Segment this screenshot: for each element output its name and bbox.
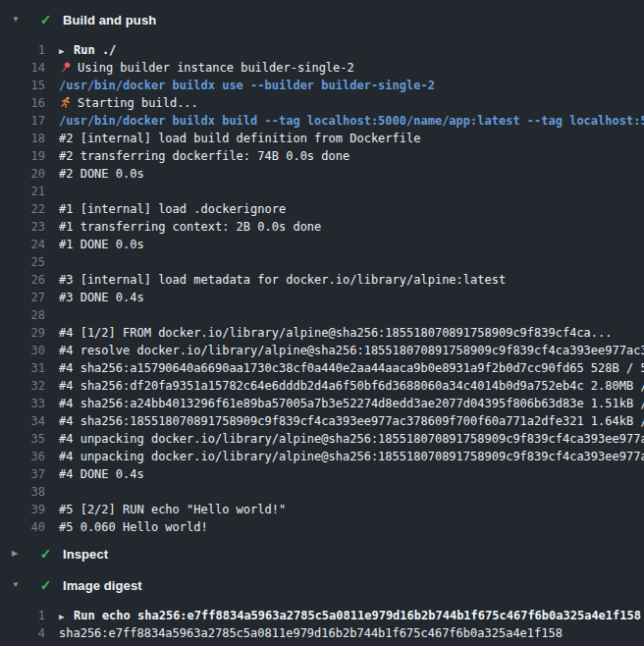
line-number[interactable]: 28 bbox=[0, 306, 45, 324]
line-number[interactable]: 15 bbox=[0, 77, 45, 94]
group-line-text[interactable]: ▶Run echo sha256:e7ff8834a5963a2785c5a08… bbox=[59, 607, 641, 624]
log-line: 22#1 [internal] load .dockerignore bbox=[0, 200, 644, 218]
section-header-inspect[interactable]: ▶✓Inspect bbox=[0, 542, 644, 565]
log-lines: 1▶Run ./14Using builder instance builder… bbox=[0, 41, 644, 536]
line-number[interactable]: 22 bbox=[0, 200, 45, 218]
line-text: #1 DONE 0.0s bbox=[59, 236, 144, 253]
line-number[interactable]: 39 bbox=[0, 501, 45, 518]
log-section-build-and-push: ▼✓Build and push1▶Run ./14Using builder … bbox=[0, 8, 644, 536]
log-line: 30#4 resolve docker.io/library/alpine@sh… bbox=[0, 342, 644, 359]
line-number[interactable]: 16 bbox=[0, 94, 45, 112]
line-number[interactable]: 20 bbox=[0, 165, 45, 183]
log-line: 38 bbox=[0, 483, 644, 501]
line-number[interactable]: 34 bbox=[0, 412, 45, 430]
chevron-down-icon[interactable]: ▼ bbox=[12, 8, 25, 31]
group-toggle-icon[interactable]: ▶ bbox=[59, 608, 74, 624]
runner-icon bbox=[59, 96, 72, 109]
line-number[interactable]: 33 bbox=[0, 395, 45, 412]
line-number[interactable]: 18 bbox=[0, 130, 45, 147]
line-text: #4 DONE 0.4s bbox=[59, 465, 144, 483]
line-number[interactable]: 24 bbox=[0, 236, 45, 253]
pushpin-icon bbox=[59, 61, 72, 74]
line-text-content: #4 sha256:a15790640a6690aa1730c38cf0a440… bbox=[59, 361, 644, 375]
line-text-content: #1 transferring context: 2B 0.0s done bbox=[59, 220, 321, 234]
line-text-content: #5 0.060 Hello world! bbox=[59, 520, 208, 534]
line-number[interactable]: 31 bbox=[0, 359, 45, 377]
log-section-inspect: ▶✓Inspect bbox=[0, 542, 644, 565]
line-number[interactable]: 23 bbox=[0, 218, 45, 236]
line-number[interactable]: 1 bbox=[0, 41, 45, 59]
log-line: 23#1 transferring context: 2B 0.0s done bbox=[0, 218, 644, 236]
line-number[interactable]: 36 bbox=[0, 448, 45, 465]
line-number[interactable]: 30 bbox=[0, 342, 45, 359]
log-line: 18#2 [internal] load build definition fr… bbox=[0, 130, 644, 147]
log-lines: 1▶Run echo sha256:e7ff8834a5963a2785c5a0… bbox=[0, 607, 644, 642]
line-number[interactable]: 1 bbox=[0, 607, 45, 624]
line-text: #2 DONE 0.0s bbox=[59, 165, 144, 183]
log-line: 36#4 unpacking docker.io/library/alpine@… bbox=[0, 448, 644, 465]
line-text-content: #4 resolve docker.io/library/alpine@sha2… bbox=[59, 344, 644, 357]
check-success-icon: ✓ bbox=[38, 546, 53, 562]
log-line: 35#4 unpacking docker.io/library/alpine@… bbox=[0, 430, 644, 448]
line-number[interactable]: 26 bbox=[0, 271, 45, 289]
line-text-content: Run ./ bbox=[74, 43, 116, 57]
line-text-content: #3 [internal] load metadata for docker.i… bbox=[59, 273, 506, 287]
line-text: Starting build... bbox=[59, 94, 198, 112]
group-toggle-icon[interactable]: ▶ bbox=[59, 42, 74, 59]
line-text-content: #4 sha256:df20fa9351a15782c64e6dddb2d4a6… bbox=[59, 379, 644, 393]
log-line: 37#4 DONE 0.4s bbox=[0, 465, 644, 483]
line-text-content: #4 unpacking docker.io/library/alpine@sh… bbox=[59, 432, 644, 446]
line-text: #1 transferring context: 2B 0.0s done bbox=[59, 218, 321, 236]
line-number[interactable]: 4 bbox=[0, 624, 45, 642]
line-number[interactable]: 17 bbox=[0, 112, 45, 130]
line-text: #4 sha256:df20fa9351a15782c64e6dddb2d4a6… bbox=[59, 377, 644, 395]
line-text-content: #5 [2/2] RUN echo "Hello world!" bbox=[59, 503, 286, 516]
log-line: 21 bbox=[0, 183, 644, 200]
line-text: #4 sha256:a24bb4013296f61e89ba57005a7b3e… bbox=[59, 395, 644, 412]
log-line: 14Using builder instance builder-single-… bbox=[0, 59, 644, 77]
line-text: #3 DONE 0.4s bbox=[59, 289, 144, 306]
line-number[interactable]: 35 bbox=[0, 430, 45, 448]
chevron-right-icon[interactable]: ▶ bbox=[12, 542, 25, 565]
line-number[interactable]: 40 bbox=[0, 518, 45, 536]
section-header-image-digest[interactable]: ▼✓Image digest bbox=[0, 573, 644, 597]
log-line: 15/usr/bin/docker buildx use --builder b… bbox=[0, 77, 644, 94]
line-number[interactable]: 38 bbox=[0, 483, 45, 501]
log-line: 19#2 transferring dockerfile: 74B 0.0s d… bbox=[0, 147, 644, 165]
line-number[interactable]: 14 bbox=[0, 59, 45, 77]
line-number[interactable]: 27 bbox=[0, 289, 45, 306]
log-line: 28 bbox=[0, 306, 644, 324]
line-text: #4 sha256:a15790640a6690aa1730c38cf0a440… bbox=[59, 359, 644, 377]
line-text: #5 [2/2] RUN echo "Hello world!" bbox=[59, 501, 286, 518]
line-text: Using builder instance builder-single-2 bbox=[59, 59, 354, 77]
line-text-content: #1 [internal] load .dockerignore bbox=[59, 202, 286, 216]
line-number[interactable]: 32 bbox=[0, 377, 45, 395]
log-line: 33#4 sha256:a24bb4013296f61e89ba57005a7b… bbox=[0, 395, 644, 412]
section-header-build-and-push[interactable]: ▼✓Build and push bbox=[0, 8, 644, 31]
line-text-content: Using builder instance builder-single-2 bbox=[78, 61, 354, 75]
log-line: 16Starting build... bbox=[0, 94, 644, 112]
chevron-down-icon[interactable]: ▼ bbox=[12, 573, 25, 597]
check-success-icon: ✓ bbox=[38, 577, 53, 593]
line-number[interactable]: 19 bbox=[0, 147, 45, 165]
line-text-content: #2 transferring dockerfile: 74B 0.0s don… bbox=[59, 149, 349, 163]
line-number[interactable]: 37 bbox=[0, 465, 45, 483]
log-line: 1▶Run echo sha256:e7ff8834a5963a2785c5a0… bbox=[0, 607, 644, 624]
section-title: Image digest bbox=[63, 578, 142, 593]
line-text-content: #2 [internal] load build definition from… bbox=[59, 132, 420, 145]
line-text-content: Starting build... bbox=[78, 96, 198, 110]
line-text-content: #4 unpacking docker.io/library/alpine@sh… bbox=[59, 450, 644, 463]
line-text: #2 transferring dockerfile: 74B 0.0s don… bbox=[59, 147, 349, 165]
line-text-content: #3 DONE 0.4s bbox=[59, 291, 144, 304]
line-number[interactable]: 25 bbox=[0, 253, 45, 271]
check-success-icon: ✓ bbox=[38, 12, 53, 27]
line-number[interactable]: 21 bbox=[0, 183, 45, 200]
log-line: 27#3 DONE 0.4s bbox=[0, 289, 644, 306]
line-text: #2 [internal] load build definition from… bbox=[59, 130, 420, 147]
line-number[interactable]: 29 bbox=[0, 324, 45, 342]
group-line-text[interactable]: ▶Run ./ bbox=[59, 41, 116, 59]
command-line-text: /usr/bin/docker buildx use --builder bui… bbox=[59, 77, 435, 94]
line-text: sha256:e7ff8834a5963a2785c5a0811e979d16b… bbox=[59, 624, 563, 642]
line-text-content: #4 sha256:185518070891758909c9f839cf4ca3… bbox=[59, 414, 644, 428]
line-text-content: #4 [1/2] FROM docker.io/library/alpine@s… bbox=[59, 326, 613, 340]
